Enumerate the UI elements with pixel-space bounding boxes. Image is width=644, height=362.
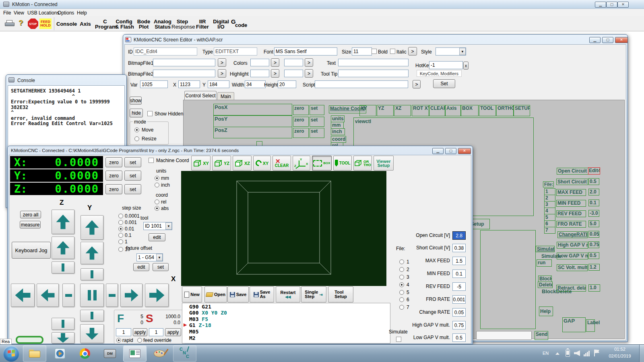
view-xz-button[interactable]: XZ <box>233 156 252 171</box>
taskbar-kmotioncnc-button[interactable]: CNC <box>173 346 196 362</box>
preview-retract-label[interactable]: Retract. delay <box>556 285 586 292</box>
jog-z-up-button[interactable] <box>52 237 74 259</box>
tooltip-field[interactable] <box>338 70 409 77</box>
preview-open-circuit-label[interactable]: Open Circuit [V] <box>557 168 588 175</box>
color2-pick-button[interactable]: > <box>305 58 313 67</box>
jog-y-up-button[interactable] <box>80 242 103 264</box>
preview-file-item[interactable]: 5 <box>544 214 555 221</box>
gcode-viewport[interactable] <box>181 171 386 286</box>
preview-view-xz[interactable]: XZ <box>394 105 411 116</box>
preview-set-button[interactable]: set <box>310 117 324 127</box>
style-dropdown-arrow-icon[interactable]: ▼ <box>459 48 466 55</box>
param-low-gap-value[interactable]: 0.5 <box>452 333 466 342</box>
show-desktop-button[interactable] <box>639 345 644 362</box>
jog-x-right-fast-button[interactable] <box>145 284 169 307</box>
simulate-checkbox[interactable] <box>396 337 401 342</box>
console-output[interactable]: SETGATHERHEX 193649464 1 ^ Error:Expecti… <box>11 88 113 127</box>
step-0.001-radio[interactable] <box>118 220 123 225</box>
view-rotate-xy-button[interactable]: XY <box>253 156 271 171</box>
dro-y-zero-button[interactable]: zero <box>105 171 122 181</box>
preview-change-rate-label[interactable]: ChangeRATE <box>557 231 588 238</box>
type-field[interactable]: EDITTEXT <box>214 47 257 56</box>
show-hidden-checkbox[interactable] <box>147 111 153 116</box>
file-6-radio[interactable] <box>399 297 404 302</box>
tool-dropdown-arrow-icon[interactable]: ▼ <box>165 222 172 230</box>
preview-mm[interactable]: mm <box>331 122 344 129</box>
view-xy-button[interactable]: XY <box>191 156 211 171</box>
tray-expand-icon[interactable] <box>555 352 559 355</box>
rapid-radio[interactable] <box>116 338 121 343</box>
step-0.0001-radio[interactable] <box>118 214 123 218</box>
param-open-circuit-value[interactable]: 2.8 <box>452 231 466 240</box>
viewer-setup-button[interactable]: ViewerSetup <box>374 156 394 171</box>
toolbar-gcode-button[interactable]: Gcode <box>231 19 250 28</box>
file-2-radio[interactable] <box>399 267 404 272</box>
text-field[interactable] <box>338 59 409 66</box>
dro-z-zero-button[interactable]: zero <box>105 184 122 194</box>
toolbar-bode-plot-button[interactable]: BodePlot <box>136 19 151 29</box>
preview-simulate2[interactable]: Simulate <box>541 253 561 259</box>
hotkey-clear-button[interactable]: x <box>463 62 469 70</box>
jog-x-right-button[interactable] <box>120 284 142 307</box>
preview-view-setup[interactable]: SETUP <box>514 105 530 116</box>
speaker-icon[interactable] <box>574 350 580 356</box>
color2-field[interactable] <box>284 59 303 66</box>
units-mm-radio[interactable] <box>155 176 159 181</box>
zero-all-button[interactable]: zero all <box>20 211 41 218</box>
preview-file-label[interactable]: File: <box>543 181 554 187</box>
menu-view[interactable]: View <box>14 10 24 16</box>
preview-rev-feed-label[interactable]: REV FEED <box>556 210 586 217</box>
view-tool-button[interactable]: TOOL <box>333 156 352 171</box>
view-clear-button[interactable]: ✕CLEAR <box>272 156 291 171</box>
preview-rev-feed-value[interactable]: -3.0 <box>588 210 599 217</box>
mode-resize-radio[interactable] <box>134 136 139 141</box>
preview-posx[interactable]: PosX <box>213 104 292 115</box>
preview-units[interactable]: units <box>331 115 345 122</box>
preview-set-button[interactable]: set <box>310 105 324 115</box>
dro-y-set-button[interactable]: set <box>124 171 141 181</box>
script-browse-button[interactable]: > <box>413 80 421 88</box>
bitmapfile2-field[interactable] <box>153 70 215 77</box>
preview-min-feed-value[interactable]: 0.1 <box>588 200 599 206</box>
dro-x-zero-button[interactable]: zero <box>105 157 122 167</box>
menu-usb-locations[interactable]: USB Locations <box>27 10 59 16</box>
spindle-input[interactable]: 1 <box>149 328 163 336</box>
preview-sc-volt-label[interactable]: SC Volt. mult. <box>557 264 588 271</box>
bitmapfile1-field[interactable] <box>153 59 215 66</box>
mode-move-radio[interactable] <box>134 128 139 132</box>
var-field[interactable]: 1025 <box>140 80 168 88</box>
measure-button[interactable]: measure <box>20 221 41 228</box>
tray-clock-time[interactable]: 01:52 <box>604 347 636 352</box>
highlight2-pick-button[interactable]: > <box>305 69 313 78</box>
y-field[interactable]: 184 <box>208 80 229 88</box>
toolbar-digital-io-button[interactable]: DigitalI/O <box>213 19 229 29</box>
preview-file-item[interactable]: 2 <box>544 195 555 202</box>
preview-view-clear[interactable]: CLEAR <box>429 105 445 116</box>
jog-x-right-step-button[interactable] <box>106 284 118 307</box>
preview-simulate[interactable]: Simulate <box>536 246 555 252</box>
jog-z-down-step-button[interactable] <box>52 318 74 330</box>
preview-high-gap-value[interactable]: 0.75 <box>588 241 599 248</box>
preview-posz[interactable]: PosZ <box>213 127 292 138</box>
gcode-tool-setup-button[interactable]: ToolSetup <box>328 286 353 302</box>
jog-pause-button[interactable] <box>80 284 104 307</box>
preview-zero-button[interactable]: zero <box>293 128 309 138</box>
jog-z-up-fast-button[interactable] <box>52 210 74 234</box>
size-field[interactable]: 11 <box>352 47 372 56</box>
file-4-radio[interactable] <box>399 282 404 287</box>
script-field[interactable] <box>315 80 408 88</box>
taskbar-chrome-button[interactable] <box>73 346 97 362</box>
bitmapfile2-browse-button[interactable]: > <box>218 69 226 78</box>
view-ortho-button[interactable]: ORTHO <box>353 156 372 171</box>
toolbar-iir-filter-button[interactable]: IIRFilter <box>196 19 209 29</box>
file-3-radio[interactable] <box>399 275 404 280</box>
feedrate-input[interactable]: 1 <box>116 328 131 336</box>
preview-change-rate-value[interactable]: 0.05 <box>588 231 599 238</box>
param-min-feed-value[interactable]: 0.1 <box>452 269 466 278</box>
preview-max-feed-label[interactable]: MAX FEED <box>556 189 586 196</box>
height-field[interactable]: 20 <box>278 80 296 88</box>
print-icon[interactable] <box>5 20 14 27</box>
toolbar-axis-button[interactable]: Axis <box>78 21 93 27</box>
fixture-dropdown-arrow-icon[interactable]: ▼ <box>156 254 163 261</box>
taskbar-media-player-button[interactable] <box>48 346 72 362</box>
